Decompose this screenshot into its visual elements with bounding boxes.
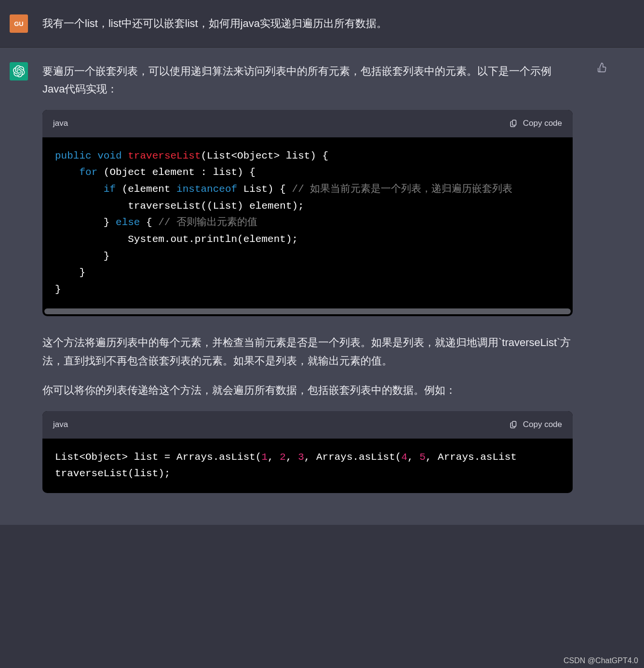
code-header: java Copy code: [42, 411, 573, 439]
assistant-message-content: 要遍历一个嵌套列表，可以使用递归算法来访问列表中的所有元素，包括嵌套列表中的元素…: [42, 62, 582, 510]
user-message-text: 我有一个list，list中还可以嵌套list，如何用java实现递归遍历出所有…: [42, 14, 634, 33]
code-scrollbar[interactable]: [44, 308, 571, 314]
code-body-1[interactable]: public void traverseList(List<Object> li…: [42, 137, 573, 309]
user-avatar: GU: [10, 14, 28, 33]
code-block-1: java Copy code public void traverseList(…: [42, 110, 573, 317]
copy-code-button[interactable]: Copy code: [510, 117, 562, 131]
clipboard-icon: [510, 420, 518, 429]
assistant-message-row: 要遍历一个嵌套列表，可以使用递归算法来访问列表中的所有元素，包括嵌套列表中的元素…: [0, 48, 644, 525]
assistant-para-1: 要遍历一个嵌套列表，可以使用递归算法来访问列表中的所有元素，包括嵌套列表中的元素…: [42, 62, 573, 98]
code-lang-label: java: [53, 117, 68, 131]
copy-code-label: Copy code: [523, 418, 562, 432]
code-body-2[interactable]: List<Object> list = Arrays.asList(1, 2, …: [42, 439, 573, 493]
svg-rect-0: [512, 120, 516, 125]
assistant-para-3: 你可以将你的列表传递给这个方法，就会遍历所有数据，包括嵌套列表中的数据。例如：: [42, 381, 573, 399]
assistant-para-2: 这个方法将遍历列表中的每个元素，并检查当前元素是否是一个列表。如果是列表，就递归…: [42, 334, 573, 370]
thumbs-up-icon: [597, 62, 607, 73]
user-message-row: GU 我有一个list，list中还可以嵌套list，如何用java实现递归遍历…: [0, 0, 644, 48]
copy-code-label: Copy code: [523, 117, 562, 131]
code-header: java Copy code: [42, 110, 573, 137]
openai-icon: [13, 65, 25, 78]
code-block-2: java Copy code List<Object> list = Array…: [42, 411, 573, 493]
thumbs-up-button[interactable]: [597, 62, 611, 77]
assistant-avatar: [10, 62, 28, 80]
clipboard-icon: [510, 119, 518, 128]
code-lang-label: java: [53, 418, 68, 432]
svg-rect-1: [512, 421, 516, 427]
user-avatar-label: GU: [14, 20, 24, 27]
copy-code-button[interactable]: Copy code: [510, 418, 562, 432]
watermark: CSDN @ChatGPT4.0: [564, 656, 638, 665]
